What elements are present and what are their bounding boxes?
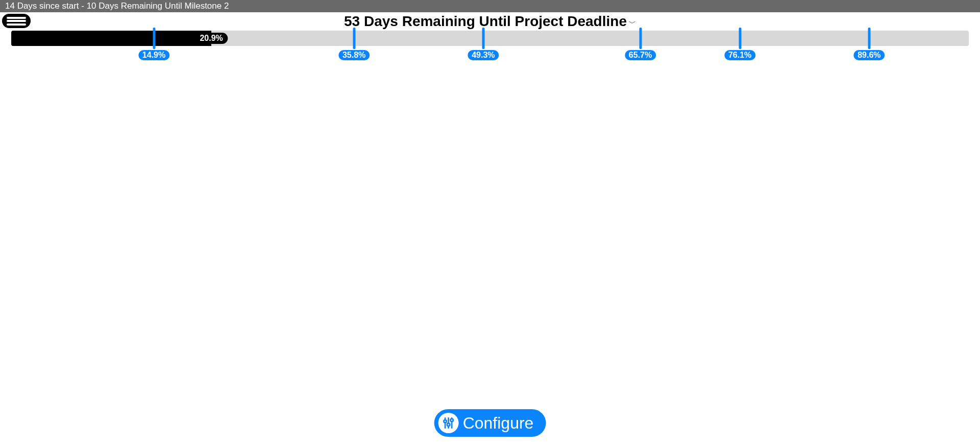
svg-point-5	[450, 419, 453, 421]
milestone-label: 14.9%	[138, 50, 169, 60]
menu-button[interactable]	[2, 14, 31, 28]
milestone-tick	[868, 28, 870, 49]
progress-fill	[11, 31, 211, 46]
milestone-tick	[153, 28, 155, 49]
milestone-tick	[353, 28, 355, 49]
configure-label: Configure	[463, 414, 534, 433]
progress-area: 20.9% 14.9% 35.8% 49.3% 65.7% 76.1% 89.6…	[11, 31, 969, 77]
progress-percent-badge: 20.9%	[194, 33, 228, 44]
milestone-label: 89.6%	[853, 50, 885, 60]
configure-button[interactable]: Configure	[434, 409, 546, 437]
milestone-label: 76.1%	[724, 50, 755, 60]
page-title[interactable]: 53 Days Remaining Until Project Deadline…	[0, 13, 980, 30]
milestone-tick	[482, 28, 484, 49]
window-titlebar: 14 Days since start - 10 Days Remaining …	[0, 0, 980, 12]
hamburger-icon	[7, 17, 26, 19]
milestone-tick	[639, 28, 642, 49]
milestone-label: 35.8%	[338, 50, 370, 60]
svg-point-3	[447, 424, 450, 426]
headline-text: 53 Days Remaining Until Project Deadline	[344, 13, 627, 30]
milestone-label: 65.7%	[625, 50, 656, 60]
svg-point-1	[444, 420, 446, 422]
chevron-down-icon: ﹀	[629, 19, 636, 27]
progress-track: 20.9%	[11, 31, 969, 46]
titlebar-text: 14 Days since start - 10 Days Remaining …	[5, 0, 229, 12]
milestone-tick	[739, 28, 741, 49]
sliders-icon	[438, 413, 459, 433]
milestone-label: 49.3%	[468, 50, 499, 60]
